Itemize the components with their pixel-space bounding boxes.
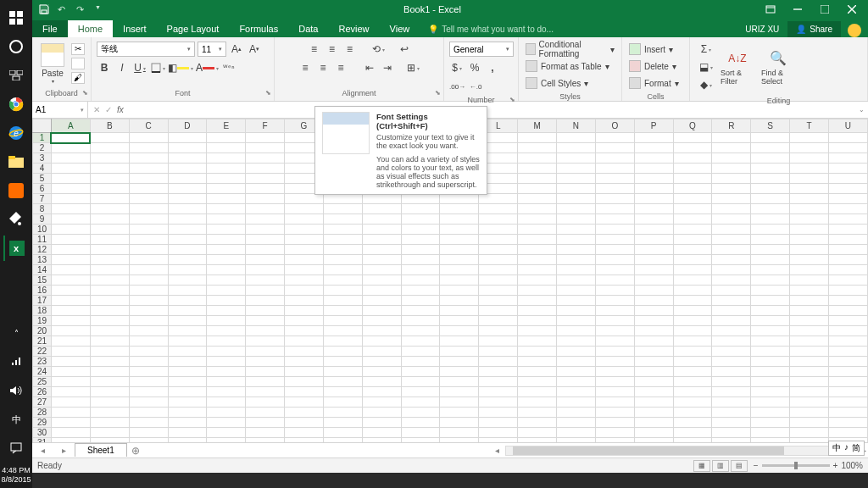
cell[interactable] [751,225,790,235]
cell[interactable] [129,153,168,164]
cell[interactable] [285,377,324,387]
cell[interactable] [828,286,867,296]
cell[interactable] [518,387,557,397]
cell[interactable] [557,296,596,306]
cell[interactable] [828,204,867,214]
cell[interactable] [440,336,479,347]
cell[interactable] [129,164,168,174]
cell[interactable] [362,418,401,428]
cell[interactable] [479,336,518,347]
cell[interactable] [323,316,362,326]
cell[interactable] [440,377,479,387]
cell[interactable] [712,225,751,235]
cell[interactable] [595,387,634,397]
tab-home[interactable]: Home [68,20,113,37]
cell[interactable] [246,265,285,275]
cell[interactable] [712,174,751,184]
cell[interactable] [790,377,829,387]
cell[interactable] [246,296,285,306]
qat-dropdown-icon[interactable]: ▼ [95,4,105,14]
cell[interactable] [479,265,518,275]
cell[interactable] [673,245,712,255]
cell[interactable] [751,397,790,408]
enter-formula-icon[interactable]: ✓ [105,105,112,114]
cell[interactable] [557,143,596,153]
cell[interactable] [362,387,401,397]
cell[interactable] [440,367,479,377]
cell[interactable] [362,275,401,286]
tab-view[interactable]: View [380,20,420,37]
cell[interactable] [595,377,634,387]
cell[interactable] [90,367,129,377]
cell[interactable] [51,164,90,174]
cell[interactable] [518,428,557,438]
cell[interactable] [129,418,168,428]
cell[interactable] [246,225,285,235]
cell[interactable] [90,387,129,397]
volume-icon[interactable] [3,378,29,403]
row-header[interactable]: 30 [33,428,52,438]
cell[interactable] [595,255,634,265]
cell[interactable] [440,418,479,428]
cell[interactable] [557,387,596,397]
tab-insert[interactable]: Insert [113,20,157,37]
cell[interactable] [168,164,207,174]
cell[interactable] [90,235,129,245]
format-cells-button[interactable]: Format▾ [627,75,684,91]
cell[interactable] [712,306,751,316]
maximize-icon[interactable] [814,1,836,18]
cell[interactable] [595,143,634,153]
cell[interactable] [673,255,712,265]
cell[interactable] [751,214,790,225]
col-header[interactable]: P [634,119,673,133]
cell[interactable] [51,357,90,367]
align-left-icon[interactable]: ≡ [298,60,313,75]
cell[interactable] [634,387,673,397]
cell[interactable] [401,275,440,286]
font-dialog-icon[interactable]: ⬊ [264,89,272,97]
cell[interactable] [129,194,168,204]
cell[interactable] [323,265,362,275]
zoom-out-icon[interactable]: − [754,461,759,470]
sheet-tab-sheet1[interactable]: Sheet1 [75,443,127,457]
cell[interactable] [828,174,867,184]
cell[interactable] [790,286,829,296]
cell[interactable] [634,214,673,225]
cell[interactable] [557,194,596,204]
cell[interactable] [168,316,207,326]
cell[interactable] [751,326,790,336]
cell[interactable] [440,194,479,204]
row-header[interactable]: 21 [33,336,52,347]
cell[interactable] [557,255,596,265]
share-button[interactable]: 👤Share [787,21,841,37]
cell[interactable] [323,225,362,235]
cell[interactable] [440,265,479,275]
cell[interactable] [129,306,168,316]
cell[interactable] [595,153,634,164]
cell[interactable] [51,347,90,357]
cell[interactable] [673,286,712,296]
row-header[interactable]: 10 [33,225,52,235]
cell[interactable] [362,357,401,367]
cell[interactable] [51,153,90,164]
cell[interactable] [168,143,207,153]
cell[interactable] [168,377,207,387]
ie-icon[interactable]: e [3,120,29,146]
cell[interactable] [518,245,557,255]
cell[interactable] [634,367,673,377]
fontcolor-button[interactable]: A [196,60,219,75]
cell[interactable] [90,225,129,235]
cell[interactable] [285,245,324,255]
col-header[interactable]: C [129,119,168,133]
cell[interactable] [401,225,440,235]
cell[interactable] [751,235,790,245]
cell[interactable] [828,265,867,275]
cell[interactable] [362,265,401,275]
cell[interactable] [673,387,712,397]
row-header[interactable]: 31 [33,438,52,443]
cell[interactable] [673,336,712,347]
cell[interactable] [751,347,790,357]
cell[interactable] [362,377,401,387]
cell[interactable] [168,214,207,225]
cell[interactable] [51,387,90,397]
